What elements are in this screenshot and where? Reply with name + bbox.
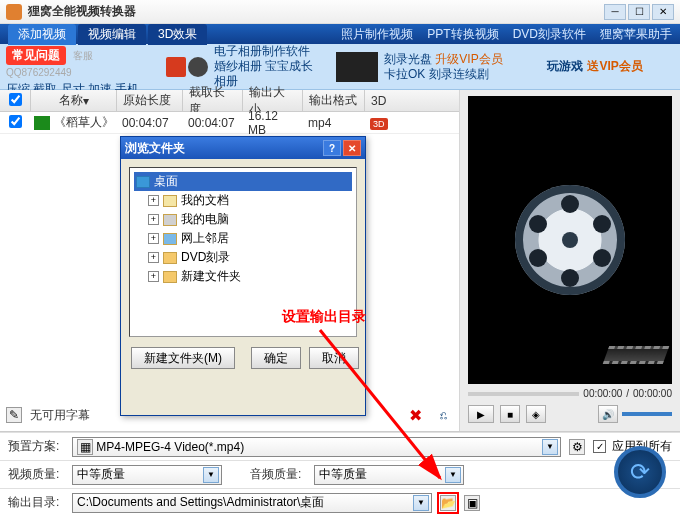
remove-item-button[interactable]: ✖: [405, 405, 425, 425]
expand-icon[interactable]: +: [148, 195, 159, 206]
select-all-checkbox[interactable]: [9, 93, 22, 106]
ppt-icon: [166, 57, 186, 77]
video-thumb-icon: [34, 116, 50, 130]
dialog-help-button[interactable]: ?: [323, 140, 341, 156]
volume-slider[interactable]: [622, 412, 672, 416]
maximize-button[interactable]: ☐: [628, 4, 650, 20]
chevron-down-icon: ▼: [413, 495, 429, 511]
settings-area: 预置方案: ▦ MP4-MPEG-4 Video(*.mp4)▼ ⚙ ✓ 应用到…: [0, 431, 680, 516]
promo-album[interactable]: 电子相册制作软件婚纱相册 宝宝成长相册: [160, 44, 330, 89]
tab-add-video[interactable]: 添加视频: [8, 24, 76, 45]
convert-button[interactable]: ⟳: [614, 446, 666, 498]
promo-vip[interactable]: 玩游戏 送VIP会员: [510, 44, 680, 89]
row-checkbox[interactable]: [9, 115, 22, 128]
preview-panel: 00:00:00/00:00:00 ▶ ■ ◈ 🔊: [460, 90, 680, 431]
col-orig-length[interactable]: 原始长度: [116, 90, 182, 111]
preview-area: [468, 96, 672, 384]
folder-icon: [163, 252, 177, 264]
info-bar: 常见问题 客服QQ876292449 压缩 截取 尺寸 加速 手机 字幕 音乐 …: [0, 44, 680, 90]
app-title: 狸窝全能视频转换器: [28, 3, 136, 20]
folder-icon: [163, 195, 177, 207]
output-dir-combo[interactable]: C:\Documents and Settings\Administrator\…: [72, 493, 432, 513]
subtitle-icon: ✎: [6, 407, 22, 423]
tree-node[interactable]: +网上邻居: [134, 229, 352, 248]
col-out-format[interactable]: 输出格式: [302, 90, 364, 111]
col-clip-length[interactable]: 截取长度: [182, 90, 242, 111]
row-olen: 00:04:07: [116, 116, 182, 130]
mute-button[interactable]: 🔊: [598, 405, 618, 423]
window-buttons: ─ ☐ ✕: [604, 4, 674, 20]
film-strip-icon: [603, 346, 670, 364]
clear-list-button[interactable]: ⎌: [433, 405, 453, 425]
browse-folder-dialog: 浏览文件夹 ? ✕ 桌面 +我的文档 +我的电脑 +网上邻居 +DVD刻录 +新…: [120, 136, 366, 416]
minimize-button[interactable]: ─: [604, 4, 626, 20]
audio-quality-combo[interactable]: 中等质量▼: [314, 465, 464, 485]
link-dvd[interactable]: DVD刻录软件: [513, 26, 586, 43]
tab-edit-video[interactable]: 视频编辑: [78, 24, 146, 45]
promo-thumb-icon: [336, 52, 378, 82]
preset-settings-button[interactable]: ⚙: [569, 439, 585, 455]
output-dir-value: C:\Documents and Settings\Administrator\…: [77, 494, 324, 511]
expand-icon[interactable]: +: [148, 233, 159, 244]
promo-burn[interactable]: 刻录光盘 升级VIP会员卡拉OK 刻录连续剧: [330, 44, 510, 89]
dialog-close-button[interactable]: ✕: [343, 140, 361, 156]
tree-node-desktop[interactable]: 桌面: [134, 172, 352, 191]
video-quality-combo[interactable]: 中等质量▼: [72, 465, 222, 485]
link-apple[interactable]: 狸窝苹果助手: [600, 26, 672, 43]
tree-node[interactable]: +新建文件夹: [134, 267, 352, 286]
film-reel-icon: [515, 185, 625, 295]
row-ofmt: mp4: [302, 116, 364, 130]
top-links: 照片制作视频 PPT转换视频 DVD刻录软件 狸窝苹果助手: [341, 26, 672, 43]
expand-icon[interactable]: +: [148, 214, 159, 225]
cancel-button[interactable]: 取消: [309, 347, 359, 369]
label-vq: 视频质量:: [8, 466, 64, 483]
table-row[interactable]: 《稻草人》 00:04:07 00:04:07 16.12 MB mp4 3D: [0, 112, 459, 134]
tab-3d-effect[interactable]: 3D效果: [148, 24, 207, 45]
label-preset: 预置方案:: [8, 438, 64, 455]
label-out: 输出目录:: [8, 494, 64, 511]
expand-icon[interactable]: +: [148, 252, 159, 263]
no-subtitle-label: 无可用字幕: [30, 407, 90, 424]
list-header: 名称 ▾ 原始长度 截取长度 输出大小 输出格式 3D: [0, 90, 459, 112]
faq-header: 常见问题: [6, 46, 66, 65]
browse-output-button[interactable]: 📂: [440, 495, 456, 511]
row-osz: 16.12 MB: [242, 109, 302, 137]
new-folder-button[interactable]: 新建文件夹(M): [131, 347, 235, 369]
stop-button[interactable]: ■: [500, 405, 520, 423]
tree-node[interactable]: +DVD刻录: [134, 248, 352, 267]
time-current: 00:00:00: [583, 388, 622, 399]
open-output-button[interactable]: ▣: [464, 495, 480, 511]
app-logo-icon: [6, 4, 22, 20]
link-photo-video[interactable]: 照片制作视频: [341, 26, 413, 43]
chevron-down-icon: ▼: [445, 467, 461, 483]
tree-node[interactable]: +我的文档: [134, 191, 352, 210]
ok-button[interactable]: 确定: [251, 347, 301, 369]
tree-node[interactable]: +我的电脑: [134, 210, 352, 229]
chevron-down-icon: ▼: [542, 439, 558, 455]
expand-icon[interactable]: +: [148, 271, 159, 282]
computer-icon: [163, 214, 177, 226]
disc-icon: [188, 57, 208, 77]
desktop-icon: [136, 176, 150, 188]
play-button[interactable]: ▶: [468, 405, 494, 423]
label-aq: 音频质量:: [250, 466, 306, 483]
preset-combo[interactable]: ▦ MP4-MPEG-4 Video(*.mp4)▼: [72, 437, 561, 457]
close-button[interactable]: ✕: [652, 4, 674, 20]
apply-all-checkbox[interactable]: ✓: [593, 440, 606, 453]
snapshot-button[interactable]: ◈: [526, 405, 546, 423]
annotation-label: 设置输出目录: [282, 308, 366, 326]
titlebar: 狸窝全能视频转换器 ─ ☐ ✕: [0, 0, 680, 24]
dialog-title: 浏览文件夹: [125, 140, 185, 157]
network-icon: [163, 233, 177, 245]
time-total: 00:00:00: [633, 388, 672, 399]
seek-slider[interactable]: [468, 392, 579, 396]
col-name[interactable]: 名称 ▾: [30, 90, 116, 111]
dialog-titlebar[interactable]: 浏览文件夹 ? ✕: [121, 137, 365, 159]
row-3d-badge[interactable]: 3D: [370, 118, 388, 130]
col-3d[interactable]: 3D: [364, 90, 404, 111]
row-name: 《稻草人》: [54, 114, 114, 131]
preset-value: MP4-MPEG-4 Video(*.mp4): [96, 440, 244, 454]
link-ppt-video[interactable]: PPT转换视频: [427, 26, 498, 43]
faq-box: 常见问题 客服QQ876292449 压缩 截取 尺寸 加速 手机 字幕 音乐 …: [0, 44, 160, 89]
folder-icon: [163, 271, 177, 283]
